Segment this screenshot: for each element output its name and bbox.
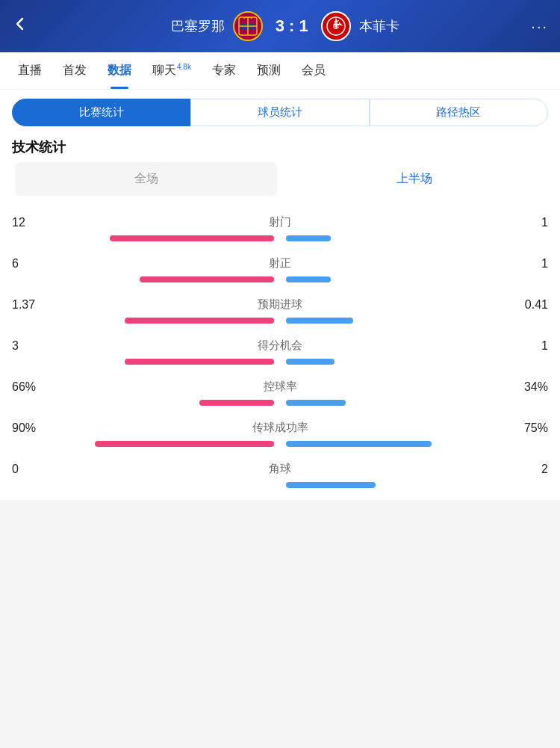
tab-data[interactable]: 数据 <box>97 52 142 89</box>
stat-sot-right: 1 <box>503 257 548 271</box>
period-full[interactable]: 全场 <box>15 162 277 196</box>
stat-xg-bar-right <box>286 318 353 324</box>
stat-shots-bar-left <box>110 235 274 241</box>
home-team-name: 巴塞罗那 <box>171 17 225 35</box>
stat-sot-bar-right <box>286 276 331 282</box>
period-toggle: 全场 上半场 <box>0 162 560 205</box>
stat-shots-right: 1 <box>503 216 548 229</box>
sub-tab-match[interactable]: 比赛统计 <box>12 99 190 126</box>
stat-shots-label: 射门 <box>57 215 503 229</box>
stat-chances-bar-right <box>286 359 335 365</box>
stat-corners-label: 角球 <box>57 462 503 476</box>
match-info: 巴塞罗那 3 : 1 <box>39 10 531 42</box>
tab-member[interactable]: 会员 <box>291 52 336 89</box>
stat-xg-bar-left <box>125 318 274 324</box>
stat-sot-label: 射正 <box>57 256 503 271</box>
tab-chat[interactable]: 聊天4.8k <box>142 52 202 89</box>
stat-corners-right: 2 <box>503 463 548 476</box>
stat-possession: 66% 控球率 34% <box>12 369 548 410</box>
tab-expert[interactable]: 专家 <box>202 52 246 89</box>
stat-corners-left: 0 <box>12 463 57 476</box>
stat-sot-bar-left <box>140 276 274 282</box>
tab-lineup[interactable]: 首发 <box>52 52 97 89</box>
stat-xg-left: 1.37 <box>12 298 57 312</box>
more-button[interactable]: ··· <box>531 18 548 35</box>
stat-xg: 1.37 预期进球 0.41 <box>12 287 548 328</box>
stat-poss-left: 66% <box>12 380 57 394</box>
stat-chances: 3 得分机会 1 <box>12 328 548 369</box>
stat-pass-bar-left <box>95 441 274 447</box>
stat-poss-bar-left <box>199 400 274 406</box>
stat-corners-bar-right <box>286 482 376 488</box>
stat-poss-right: 34% <box>503 380 548 394</box>
stat-shots-bar-right <box>286 235 331 241</box>
stat-xg-label: 预期进球 <box>57 297 503 312</box>
match-header: 巴塞罗那 3 : 1 <box>0 0 560 52</box>
stat-xg-right: 0.41 <box>503 298 548 312</box>
period-first-half[interactable]: 上半场 <box>283 162 545 196</box>
stat-shots: 12 射门 1 <box>12 205 548 246</box>
stat-pass-left: 90% <box>12 421 57 435</box>
back-button[interactable] <box>12 16 39 37</box>
stats-container: 12 射门 1 6 射正 1 <box>0 205 560 500</box>
sub-tab-heatmap[interactable]: 路径热区 <box>370 99 548 126</box>
tab-predict[interactable]: 预测 <box>246 52 291 89</box>
home-team-logo <box>232 10 264 42</box>
stat-pass-label: 传球成功率 <box>57 421 503 435</box>
score-display: 3 : 1 <box>276 16 308 36</box>
svg-text:SLB: SLB <box>332 25 340 29</box>
stat-poss-bar-right <box>286 400 346 406</box>
away-team-logo: SLB <box>320 10 352 42</box>
stat-chances-left: 3 <box>12 339 57 353</box>
stat-shots-left: 12 <box>12 216 57 229</box>
stat-shots-on-target: 6 射正 1 <box>12 246 548 287</box>
stat-chances-label: 得分机会 <box>57 339 503 353</box>
stat-chances-right: 1 <box>503 339 548 353</box>
stat-corners: 0 角球 2 <box>12 451 548 492</box>
chat-badge: 4.8k <box>177 63 191 71</box>
tab-live[interactable]: 直播 <box>7 52 52 89</box>
stat-pass-bar-right <box>286 441 432 447</box>
section-title: 技术统计 <box>0 126 560 162</box>
sub-tab-player[interactable]: 球员统计 <box>190 99 369 126</box>
stat-sot-left: 6 <box>12 257 57 271</box>
stat-poss-label: 控球率 <box>57 380 503 394</box>
nav-tabs: 直播 首发 数据 聊天4.8k 专家 预测 会员 <box>0 52 560 90</box>
stat-chances-bar-left <box>125 359 274 365</box>
away-team-name: 本菲卡 <box>359 17 399 35</box>
stat-pass-accuracy: 90% 传球成功率 75% <box>12 410 548 451</box>
stat-pass-right: 75% <box>503 421 548 435</box>
